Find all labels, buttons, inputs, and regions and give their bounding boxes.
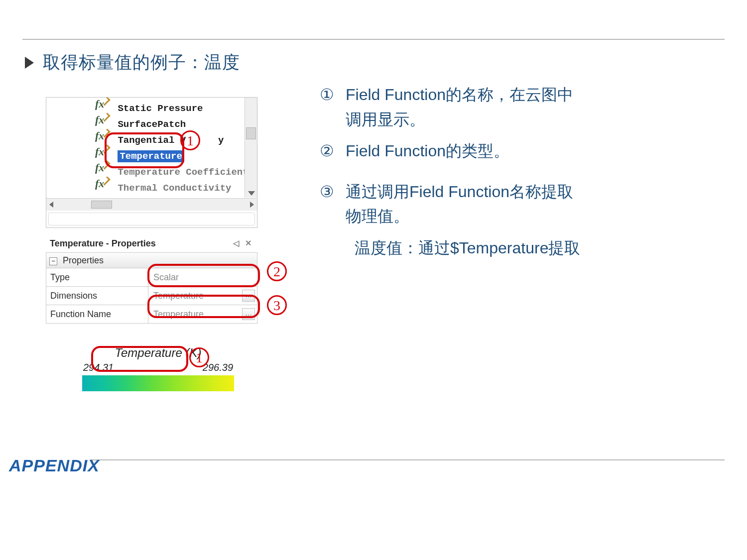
- tree-item-selected[interactable]: Temperature: [46, 148, 245, 164]
- properties-title-bar: Temperature - Properties ◁ ✕: [46, 234, 257, 252]
- explanation-notes: ① Field Function的名称，在云图中 调用显示。 ② Field F…: [320, 83, 708, 261]
- scroll-thumb[interactable]: [91, 201, 112, 209]
- tree-item-label: Temperature: [118, 150, 184, 162]
- collapse-icon[interactable]: −: [49, 257, 57, 265]
- legend-title: Temperature (K): [82, 346, 234, 360]
- note-marker: ①: [320, 83, 346, 132]
- note-text: 通过调用Field Function名称提取: [346, 183, 573, 201]
- chevron-right-icon: [25, 57, 34, 69]
- note-2: ② Field Function的类型。: [320, 139, 708, 164]
- note-3: ③ 通过调用Field Function名称提取 物理值。: [320, 180, 708, 229]
- properties-panel: Temperature - Properties ◁ ✕ − Propertie…: [46, 234, 257, 324]
- property-value[interactable]: Temperature …: [148, 287, 257, 305]
- property-key: Dimensions: [46, 287, 148, 305]
- note-text: 物理值。: [346, 207, 409, 225]
- fx-icon: [95, 183, 109, 194]
- tree-body: Static Pressure SurfacePatch Tangential …: [46, 98, 245, 198]
- legend-range: 294.31 296.39: [82, 362, 234, 375]
- property-key: Type: [46, 268, 148, 286]
- vertical-scrollbar[interactable]: [245, 98, 257, 198]
- filter-input[interactable]: [48, 213, 255, 225]
- tree-item[interactable]: SurfacePatch: [46, 116, 245, 132]
- callout-circle-1b: 1: [189, 347, 209, 367]
- note-1: ① Field Function的名称，在云图中 调用显示。: [320, 83, 708, 132]
- ellipsis-button[interactable]: …: [242, 290, 255, 302]
- tree-item-label-post: y: [218, 135, 224, 146]
- legend-min: 294.31: [83, 362, 114, 373]
- property-row-type: Type Scalar: [46, 268, 257, 287]
- note-text: 调用显示。: [346, 111, 425, 128]
- scroll-right-icon[interactable]: [250, 202, 254, 208]
- callout-circle-3: 3: [267, 295, 287, 315]
- ellipsis-button[interactable]: …: [242, 308, 255, 320]
- tree-item[interactable]: Thermal Conductivity: [46, 180, 245, 196]
- top-divider: [22, 39, 725, 40]
- callout-circle-2: 2: [267, 261, 287, 281]
- tree-item[interactable]: Static Pressure: [46, 101, 245, 116]
- property-value[interactable]: Temperature …: [148, 305, 257, 323]
- note-marker: ③: [320, 180, 346, 229]
- scroll-left-icon[interactable]: [49, 202, 53, 208]
- slide-heading: 取得标量值的例子：温度: [25, 51, 240, 74]
- legend-max: 296.39: [203, 362, 233, 373]
- note-sub: 温度值：通过$Temperature提取: [355, 236, 708, 261]
- property-key: Function Name: [46, 305, 148, 323]
- tree-item-label: Temperature Coefficient: [118, 167, 245, 178]
- tree-item[interactable]: Tangential V y: [46, 132, 245, 148]
- tree-item-label: Static Pressure: [118, 103, 203, 114]
- property-value[interactable]: Scalar: [148, 268, 257, 286]
- scroll-down-icon[interactable]: [248, 191, 255, 196]
- color-legend: Temperature (K) 294.31 296.39: [82, 346, 234, 391]
- tree-item-label-pre: Tangential V: [118, 135, 186, 146]
- note-text: Field Function的类型。: [346, 142, 509, 160]
- properties-title-text: Temperature - Properties: [50, 234, 156, 252]
- callout-circle-1: 1: [180, 130, 200, 150]
- footer-divider: [90, 459, 725, 460]
- scroll-thumb[interactable]: [246, 127, 256, 139]
- tree-item-label: SurfacePatch: [118, 119, 186, 130]
- window-buttons[interactable]: ◁ ✕: [233, 234, 253, 252]
- tree-item-label: Thermal Conductivity: [118, 183, 231, 194]
- field-function-tree-panel: Static Pressure SurfacePatch Tangential …: [46, 97, 257, 228]
- color-bar: [82, 375, 234, 391]
- heading-text: 取得标量值的例子：温度: [43, 51, 240, 74]
- footer-label: APPENDIX: [9, 456, 100, 475]
- note-marker: ②: [320, 139, 346, 164]
- horizontal-scrollbar[interactable]: [46, 198, 257, 211]
- note-text: Field Function的名称，在云图中: [346, 86, 573, 104]
- property-row-dimensions: Dimensions Temperature …: [46, 287, 257, 305]
- properties-section-label: Properties: [63, 255, 104, 265]
- property-row-function-name: Function Name Temperature …: [46, 305, 257, 324]
- tree-item[interactable]: Temperature Coefficient: [46, 164, 245, 180]
- properties-section-header[interactable]: − Properties: [46, 252, 257, 268]
